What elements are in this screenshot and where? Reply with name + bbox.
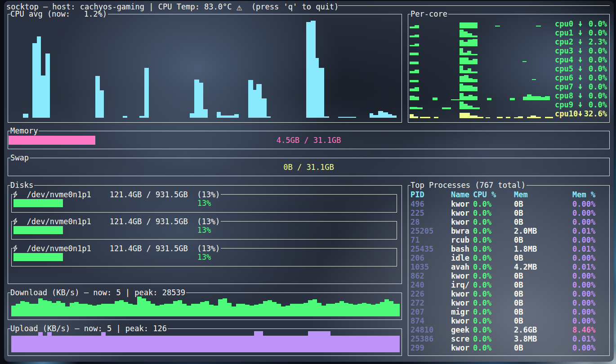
cpu-avg-bar [190, 113, 194, 118]
process-name: kwor [451, 289, 469, 298]
upload-area-bar [371, 336, 375, 352]
process-name: kwor [451, 209, 469, 218]
upload-area-bar [115, 336, 119, 352]
cpu-avg-bar [306, 22, 311, 118]
process-cpu: 0.0% [473, 244, 491, 253]
down-arrow-shape [578, 39, 582, 44]
down-arrow-icon [578, 111, 583, 117]
process-mem-pct: 0.00% [572, 218, 595, 226]
process-row: 226kwor0.0%0B0.00% [408, 289, 609, 298]
upload-area-bar [205, 336, 209, 352]
download-area-bar [20, 301, 25, 316]
down-arrow-shape [578, 66, 582, 71]
cpu-avg-bar [41, 75, 45, 118]
process-cpu: 0.0% [473, 325, 491, 334]
process-mem-pct: 0.01% [572, 334, 595, 343]
upload-area-bar [52, 336, 56, 352]
process-cpu: 0.0% [473, 262, 491, 271]
upload-area-bar [196, 336, 200, 352]
process-mem-pct: 0.00% [572, 307, 595, 316]
download-area-bar [151, 304, 155, 316]
down-arrow-icon [578, 66, 583, 72]
download-area-bar [155, 306, 160, 316]
swap-gauge-label: 0B / 31.1GB [9, 163, 609, 172]
process-pid: 240 [411, 280, 424, 289]
bolt-icon [13, 191, 18, 198]
title-rule-line [338, 5, 610, 6]
border-top-right-segment [221, 221, 397, 222]
cpu-avg-bar [370, 113, 373, 118]
upload-area-bar [339, 336, 344, 352]
upload-area-bar [250, 336, 254, 352]
upload-area-bar [398, 336, 400, 352]
process-pid: 496 [411, 200, 424, 209]
core-value: 2.3% [589, 37, 607, 46]
upload-area-bar [308, 331, 312, 352]
disk-title: /dev/nvme0n1p1 121.4GB / 931.5GB (13%) [13, 190, 220, 199]
cpu-avg-bar [319, 68, 324, 118]
upload-area-bar [268, 336, 272, 352]
process-row: 207migr0.0%0B0.00% [408, 307, 609, 316]
download-area-bar [191, 304, 196, 316]
down-arrow-icon [578, 93, 583, 99]
process-mem-pct: 0.00% [572, 280, 595, 289]
download-area-bar [236, 304, 241, 316]
upload-area-bar [223, 336, 227, 352]
upload-area-bar [227, 336, 232, 352]
download-area-bar [209, 305, 214, 316]
down-arrow-icon [578, 75, 583, 81]
process-pid: 225 [411, 209, 424, 218]
terminal-window[interactable]: socktop — host: cachyos-gaming | CPU Tem… [4, 1, 614, 362]
upload-area-bar [209, 336, 214, 352]
disk-gauge-label: 13% [13, 226, 395, 234]
cpu-avg-bar [203, 109, 208, 118]
upload-area-bar [214, 336, 218, 352]
core-value: 0.0% [589, 91, 607, 100]
upload-area-bar [83, 336, 88, 352]
download-area-bar [173, 301, 178, 316]
disk-gauge: 13% [13, 253, 395, 261]
upload-area-bar [137, 336, 142, 352]
download-area-bar [74, 302, 79, 316]
upload-area-bar [16, 336, 20, 352]
upload-area-bar [65, 336, 70, 352]
core-value: 0.0% [589, 64, 607, 73]
disk-title: /dev/nvme0n1p1 121.4GB / 931.5GB (13%) [13, 217, 220, 226]
process-col-mem: Mem % [572, 190, 595, 199]
panel-upload: Upload (KB/s) — now: 5 | peak: 126 [8, 328, 402, 356]
upload-area-bar [286, 336, 290, 352]
download-area-bar [196, 304, 200, 316]
download-area-bar [299, 304, 304, 316]
process-mem-pct: 0.00% [572, 271, 595, 280]
disk-gauge: 13% [13, 199, 395, 207]
process-mem: 0B [514, 218, 523, 226]
upload-area-bar [29, 336, 34, 352]
process-name: kwor [451, 200, 469, 209]
desktop-background: socktop — host: cachyos-gaming | CPU Tem… [0, 0, 616, 364]
upload-area-bar [236, 336, 241, 352]
upload-area-bar [38, 332, 43, 352]
down-arrow-icon [578, 48, 583, 54]
down-arrow-icon [578, 102, 583, 108]
core-name: cpu2 [555, 37, 573, 46]
bolt-shape [13, 191, 17, 198]
disk-gauge-label: 13% [13, 253, 395, 261]
upload-area-bar [160, 336, 164, 352]
download-area-bar [178, 300, 182, 316]
cpu-avg-bar [32, 43, 37, 118]
cpu-avg-bar [139, 116, 144, 118]
upload-area-bar [389, 336, 393, 352]
download-area-bar [38, 298, 43, 316]
process-mem-pct: 0.01% [572, 244, 595, 253]
process-mem-pct: 0.00% [572, 253, 595, 262]
download-area-bar [160, 305, 164, 316]
down-arrow-shape [578, 84, 582, 89]
download-area-bar [205, 301, 209, 316]
process-row: 225kwor0.0%0B0.00% [408, 209, 609, 218]
download-area-bar [254, 305, 259, 316]
upload-area-bar [241, 336, 245, 352]
upload-area-bar [20, 336, 25, 352]
process-mem: 0B [514, 200, 523, 209]
cpu-avg-bar [311, 21, 316, 118]
process-mem-pct: 8.46% [572, 325, 595, 334]
